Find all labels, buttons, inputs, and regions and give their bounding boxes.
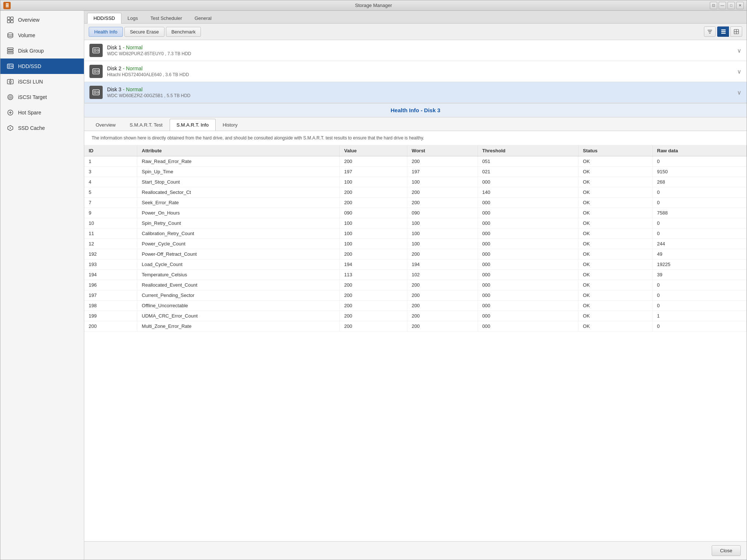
iscsi-lun-icon <box>6 78 14 86</box>
cell-value: 194 <box>340 259 407 270</box>
detail-tab-smart-test[interactable]: S.M.A.R.T. Test <box>123 119 169 131</box>
cell-raw-data: 0 <box>652 280 747 290</box>
cell-raw-data: 0 <box>652 228 747 239</box>
cell-status: OK <box>578 177 652 187</box>
cell-threshold: 000 <box>478 198 578 208</box>
disk1-info: Disk 1 - Normal WDC WD82PURZ-85TEUY0 , 7… <box>107 45 737 56</box>
cell-attribute: Power_On_Hours <box>137 208 340 218</box>
disk2-info: Disk 2 - Normal Hitachi HDS724040ALE640 … <box>107 65 737 77</box>
filter-button[interactable] <box>704 26 716 37</box>
maximize-button[interactable]: □ <box>727 2 735 9</box>
sidebar-label-hdd-ssd: HDD/SSD <box>18 63 41 69</box>
volume-icon <box>6 31 14 39</box>
svg-point-42 <box>97 92 99 93</box>
close-button[interactable]: ✕ <box>736 2 744 9</box>
hdd-ssd-icon <box>6 62 14 70</box>
disk-item-1[interactable]: Disk 1 - Normal WDC WD82PURZ-85TEUY0 , 7… <box>84 40 747 61</box>
benchmark-button[interactable]: Benchmark <box>166 27 201 37</box>
cell-threshold: 000 <box>478 311 578 321</box>
health-info-button[interactable]: Health Info <box>89 27 123 37</box>
cell-status: OK <box>578 228 652 239</box>
cell-value: 100 <box>340 228 407 239</box>
sidebar-item-iscsi-lun[interactable]: iSCSI LUN <box>0 74 84 89</box>
grid-view-button[interactable] <box>730 26 742 37</box>
sidebar-label-ssd-cache: SSD Cache <box>18 125 45 131</box>
table-row: 7 Seek_Error_Rate 200 200 000 OK 0 <box>84 198 747 208</box>
cell-attribute: Reallocated_Event_Count <box>137 280 340 290</box>
close-button[interactable]: Close <box>712 545 741 556</box>
sidebar-item-hdd-ssd[interactable]: HDD/SSD <box>0 59 84 74</box>
sidebar-label-iscsi-lun: iSCSI LUN <box>18 79 43 85</box>
cell-id: 3 <box>84 167 137 177</box>
cell-attribute: Spin_Retry_Count <box>137 218 340 228</box>
tab-general[interactable]: General <box>188 13 218 23</box>
cell-status: OK <box>578 198 652 208</box>
table-row: 3 Spin_Up_Time 197 197 021 OK 9150 <box>84 167 747 177</box>
cell-id: 7 <box>84 198 137 208</box>
cell-threshold: 140 <box>478 187 578 198</box>
table-row: 4 Start_Stop_Count 100 100 000 OK 268 <box>84 177 747 187</box>
disk-list: Disk 1 - Normal WDC WD82PURZ-85TEUY0 , 7… <box>84 40 747 103</box>
cell-attribute: Seek_Error_Rate <box>137 198 340 208</box>
secure-erase-button[interactable]: Secure Erase <box>124 27 164 37</box>
cell-threshold: 000 <box>478 259 578 270</box>
sidebar-item-iscsi-target[interactable]: iSCSI Target <box>0 89 84 105</box>
sidebar-item-disk-group[interactable]: Disk Group <box>0 43 84 59</box>
detail-tab-history[interactable]: History <box>216 119 244 131</box>
cell-worst: 200 <box>407 321 478 332</box>
cell-threshold: 000 <box>478 301 578 311</box>
cell-threshold: 000 <box>478 239 578 249</box>
detail-tab-smart-info[interactable]: S.M.A.R.T. Info <box>170 119 216 131</box>
tab-logs[interactable]: Logs <box>121 13 144 23</box>
sidebar-item-overview[interactable]: Overview <box>0 12 84 28</box>
cell-value: 200 <box>340 198 407 208</box>
cell-status: OK <box>578 187 652 198</box>
sidebar-item-hot-spare[interactable]: Hot Spare <box>0 105 84 120</box>
disk3-model: WDC WD60EZRZ-00GZ5B1 , 5.5 TB HDD <box>107 93 737 98</box>
cell-value: 200 <box>340 187 407 198</box>
disk-item-2[interactable]: Disk 2 - Normal Hitachi HDS724040ALE640 … <box>84 61 747 82</box>
sidebar-label-disk-group: Disk Group <box>18 48 44 54</box>
cell-raw-data: 19225 <box>652 259 747 270</box>
cell-value: 100 <box>340 177 407 187</box>
disk2-name: Disk 2 - Normal <box>107 65 737 71</box>
table-row: 196 Reallocated_Event_Count 200 200 000 … <box>84 280 747 290</box>
sidebar-item-volume[interactable]: Volume <box>0 28 84 43</box>
cell-value: 197 <box>340 167 407 177</box>
cell-value: 100 <box>340 218 407 228</box>
detail-tab-overview[interactable]: Overview <box>89 119 123 131</box>
main-tab-bar: HDD/SSD Logs Test Scheduler General <box>84 11 747 24</box>
cell-attribute: Power-Off_Retract_Count <box>137 249 340 259</box>
cell-raw-data: 0 <box>652 321 747 332</box>
overview-icon <box>6 16 14 24</box>
cell-id: 192 <box>84 249 137 259</box>
cell-threshold: 000 <box>478 177 578 187</box>
cell-threshold: 000 <box>478 228 578 239</box>
cell-status: OK <box>578 280 652 290</box>
cell-status: OK <box>578 311 652 321</box>
window-title: Storage Manager <box>355 3 392 8</box>
sidebar-item-ssd-cache[interactable]: SSD Cache <box>0 120 84 136</box>
minimize-button[interactable]: — <box>719 2 726 9</box>
cell-attribute: Offline_Uncorrectable <box>137 301 340 311</box>
cell-threshold: 000 <box>478 270 578 280</box>
cell-value: 200 <box>340 311 407 321</box>
smart-info-table-container[interactable]: ID Attribute Value Worst Threshold Statu… <box>84 145 747 541</box>
disk-item-3[interactable]: Disk 3 - Normal WDC WD60EZRZ-00GZ5B1 , 5… <box>84 82 747 103</box>
cell-worst: 200 <box>407 187 478 198</box>
svg-point-4 <box>8 33 13 35</box>
cell-id: 11 <box>84 228 137 239</box>
tab-test-scheduler[interactable]: Test Scheduler <box>144 13 188 23</box>
list-view-button[interactable] <box>717 26 729 37</box>
svg-point-9 <box>11 65 13 67</box>
cell-threshold: 000 <box>478 218 578 228</box>
resize-button[interactable]: ⊡ <box>710 2 717 9</box>
table-row: 194 Temperature_Celsius 113 102 000 OK 3… <box>84 270 747 280</box>
cell-threshold: 021 <box>478 167 578 177</box>
tab-hdd-ssd[interactable]: HDD/SSD <box>87 13 121 24</box>
detail-panel-header: Health Info - Disk 3 <box>84 103 747 117</box>
cell-raw-data: 49 <box>652 249 747 259</box>
cell-raw-data: 0 <box>652 198 747 208</box>
cell-worst: 200 <box>407 249 478 259</box>
disk2-model: Hitachi HDS724040ALE640 , 3.6 TB HDD <box>107 72 737 77</box>
